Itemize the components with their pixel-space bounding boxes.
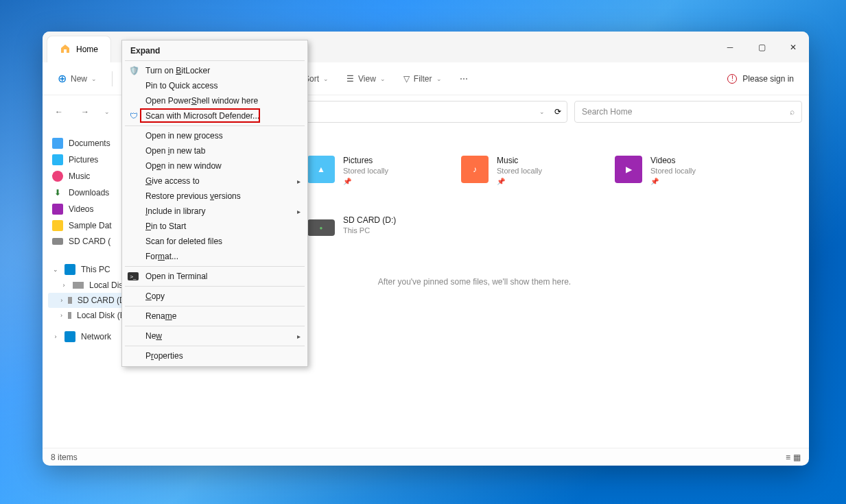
ctx-defender[interactable]: 🛡Scan with Microsoft Defender...: [124, 108, 306, 123]
refresh-button[interactable]: ⟳: [554, 107, 561, 117]
network-icon: [64, 331, 75, 342]
pin-icon: 📌: [497, 178, 542, 185]
terminal-icon: >_: [128, 272, 139, 280]
document-icon: [52, 138, 63, 149]
view-button[interactable]: ☰View⌄: [340, 70, 392, 88]
folder-music[interactable]: ♪MusicStored locally📌: [461, 156, 598, 185]
more-button[interactable]: ⋯: [453, 70, 475, 88]
folder-icon: [52, 220, 63, 231]
search-placeholder: Search Home: [582, 107, 790, 117]
ctx-properties[interactable]: Properties: [124, 348, 306, 363]
picture-icon: [52, 154, 63, 165]
forward-button[interactable]: →: [75, 101, 95, 123]
shield-icon: 🛡: [128, 110, 140, 122]
videos-folder-icon: ▶: [615, 156, 642, 183]
ctx-library[interactable]: Include in library▸: [124, 204, 306, 219]
folder-sdcard[interactable]: ●SD CARD (D:)This PC: [307, 215, 445, 243]
folder-videos[interactable]: ▶VideosStored locally📌: [615, 156, 752, 185]
drive-icon: [68, 297, 71, 304]
pictures-folder-icon: ▲: [307, 156, 335, 183]
close-button[interactable]: ✕: [777, 32, 809, 62]
sdcard-drive-icon: ●: [307, 219, 335, 236]
ctx-pinquick[interactable]: Pin to Quick access: [124, 78, 306, 93]
ctx-giveaccess[interactable]: Give access to▸: [124, 173, 306, 189]
status-bar: 8 items ≡ ▦: [43, 448, 809, 466]
signin-button[interactable]: ! Please sign in: [727, 74, 801, 84]
submenu-arrow-icon: ▸: [297, 208, 301, 215]
bitlocker-icon: 🛡️: [128, 64, 140, 77]
pc-icon: [64, 264, 75, 275]
ctx-newwindow[interactable]: Open in new window: [124, 158, 306, 173]
submenu-arrow-icon: ▸: [297, 178, 301, 185]
folder-pictures[interactable]: ▲PicturesStored locally📌: [307, 156, 445, 185]
maximize-button[interactable]: ▢: [746, 32, 777, 62]
ctx-format[interactable]: Format...: [124, 249, 306, 264]
address-dropdown-icon[interactable]: ⌄: [539, 108, 545, 115]
back-button[interactable]: ←: [49, 101, 69, 123]
ctx-bitlocker[interactable]: 🛡️Turn on BitLocker: [124, 63, 306, 78]
drive-icon: [68, 312, 71, 319]
pin-icon: 📌: [343, 178, 388, 185]
ctx-pinstart[interactable]: Pin to Start: [124, 219, 306, 234]
filter-icon: ▽: [403, 74, 410, 84]
alert-icon: !: [727, 74, 737, 84]
expand-icon[interactable]: ⌄: [52, 266, 59, 273]
context-menu: Expand 🛡️Turn on BitLocker Pin to Quick …: [121, 40, 308, 367]
tab-title: Home: [76, 45, 98, 54]
ctx-newtab[interactable]: Open in new tab: [124, 143, 306, 158]
details-view-button[interactable]: ≡: [786, 453, 790, 462]
ctx-expand[interactable]: Expand: [124, 43, 306, 58]
chevron-down-icon: ⌄: [91, 75, 97, 82]
minimize-button[interactable]: ─: [714, 32, 746, 62]
tab-home[interactable]: Home: [47, 36, 111, 62]
pin-icon: 📌: [650, 178, 696, 185]
home-icon: [60, 43, 71, 56]
window-controls: ─ ▢ ✕: [714, 32, 809, 62]
ctx-new[interactable]: New▸: [124, 328, 306, 344]
ctx-terminal[interactable]: >_Open in Terminal: [124, 269, 306, 284]
search-icon: ⌕: [790, 107, 795, 117]
drive-icon: [73, 282, 84, 289]
item-count: 8 items: [51, 453, 78, 462]
new-button[interactable]: ⊕ New ⌄: [51, 68, 104, 89]
video-icon: [52, 204, 63, 215]
ctx-rename[interactable]: Rename: [124, 309, 306, 324]
ctx-newprocess[interactable]: Open in new process: [124, 128, 306, 143]
ctx-copy[interactable]: Copy: [124, 289, 306, 304]
drive-icon: [52, 238, 63, 245]
ctx-restore[interactable]: Restore previous versions: [124, 189, 306, 204]
plus-icon: ⊕: [58, 72, 67, 85]
ctx-scandeleted[interactable]: Scan for deleted files: [124, 234, 306, 249]
music-folder-icon: ♪: [461, 156, 489, 183]
view-icon: ☰: [346, 74, 354, 84]
filter-button[interactable]: ▽Filter⌄: [397, 70, 449, 88]
submenu-arrow-icon: ▸: [297, 333, 301, 340]
music-icon: [52, 171, 63, 182]
download-icon: ⬇: [52, 187, 63, 198]
tiles-view-button[interactable]: ▦: [793, 453, 801, 462]
search-input[interactable]: Search Home ⌕: [574, 101, 802, 123]
recent-button[interactable]: ⌄: [102, 101, 113, 123]
ctx-powershell[interactable]: Open PowerShell window here: [124, 93, 306, 108]
